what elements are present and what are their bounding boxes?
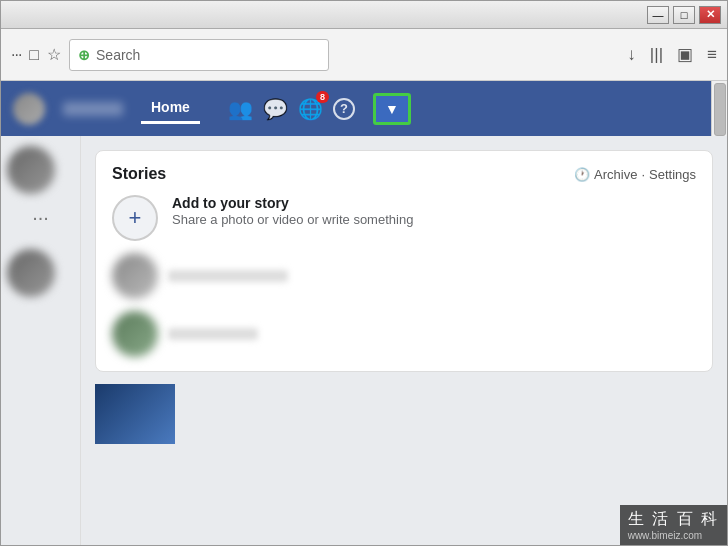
stories-actions: 🕐 Archive · Settings [574, 167, 696, 182]
minimize-button[interactable]: — [647, 6, 669, 24]
watermark-chinese: 生 活 百 科 [628, 509, 719, 530]
nav-icons-group: 👥 💬 🌐 8 ? [228, 97, 355, 121]
facebook-main-content: ··· Stories 🕐 Archive · Settings + [1, 136, 727, 545]
main-feed: Stories 🕐 Archive · Settings + Add to yo… [81, 136, 727, 545]
stories-title: Stories [112, 165, 166, 183]
download-icon[interactable]: ↓ [627, 45, 636, 65]
search-placeholder-text: Search [96, 47, 140, 63]
story-avatar-2 [112, 311, 158, 357]
library-icon[interactable]: ||| [650, 45, 663, 65]
close-button[interactable]: ✕ [699, 6, 721, 24]
toolbar-right-icons: ↓ ||| ▣ ≡ [627, 44, 717, 65]
sidebar-avatar-2 [7, 249, 55, 297]
scrollbar-thumb[interactable] [714, 83, 726, 136]
left-sidebar: ··· [1, 136, 81, 545]
dropdown-arrow-icon: ▼ [385, 101, 399, 117]
window-frame: — □ ✕ ··· □ ☆ ⊕ Search ↓ ||| ▣ ≡ Home 👥 … [0, 0, 728, 546]
search-plus-icon: ⊕ [78, 47, 90, 63]
story-name-1 [168, 270, 288, 282]
maximize-button[interactable]: □ [673, 6, 695, 24]
bookmark-star-icon[interactable]: ☆ [47, 45, 61, 64]
add-story-text: Add to your story Share a photo or video… [172, 195, 413, 229]
friends-icon[interactable]: 👥 [228, 97, 253, 121]
watermark-url: www.bimeiz.com [628, 530, 719, 541]
add-story-subtitle: Share a photo or video or write somethin… [172, 211, 413, 229]
stories-header: Stories 🕐 Archive · Settings [112, 165, 696, 183]
story-item-1 [112, 253, 696, 299]
account-dropdown-button[interactable]: ▼ [373, 93, 411, 125]
watermark: 生 活 百 科 www.bimeiz.com [620, 505, 727, 545]
facebook-navbar: Home 👥 💬 🌐 8 ? ▼ [1, 81, 727, 136]
notifications-globe-icon[interactable]: 🌐 8 [298, 97, 323, 121]
title-bar: — □ ✕ [1, 1, 727, 29]
add-story-row: + Add to your story Share a photo or vid… [112, 195, 696, 241]
story-item-2 [112, 311, 696, 357]
nav-home-link[interactable]: Home [141, 93, 200, 124]
story-name-2 [168, 328, 258, 340]
browser-menu-icon[interactable]: ≡ [707, 45, 717, 65]
messenger-icon[interactable]: 💬 [263, 97, 288, 121]
notification-badge: 8 [316, 91, 329, 103]
scrollbar[interactable] [711, 81, 727, 136]
separator: · [641, 167, 645, 182]
archive-clock-icon: 🕐 [574, 167, 590, 182]
bottom-image [95, 384, 175, 444]
pocket-icon[interactable]: □ [29, 46, 39, 64]
settings-link[interactable]: Settings [649, 167, 696, 182]
add-story-title: Add to your story [172, 195, 413, 211]
toolbar-menu-dots[interactable]: ··· [11, 46, 21, 64]
feed-item-bottom [95, 384, 713, 444]
browser-toolbar: ··· □ ☆ ⊕ Search ↓ ||| ▣ ≡ [1, 29, 727, 81]
help-icon[interactable]: ? [333, 98, 355, 120]
sidebar-more-icon[interactable]: ··· [7, 206, 74, 229]
sidebar-avatar [7, 146, 55, 194]
story-avatar-1 [112, 253, 158, 299]
search-bar[interactable]: ⊕ Search [69, 39, 329, 71]
username-placeholder [63, 102, 123, 116]
add-story-button[interactable]: + [112, 195, 158, 241]
stories-card: Stories 🕐 Archive · Settings + Add to yo… [95, 150, 713, 372]
user-avatar [13, 93, 45, 125]
archive-link[interactable]: Archive [594, 167, 637, 182]
sidebar-toggle-icon[interactable]: ▣ [677, 44, 693, 65]
